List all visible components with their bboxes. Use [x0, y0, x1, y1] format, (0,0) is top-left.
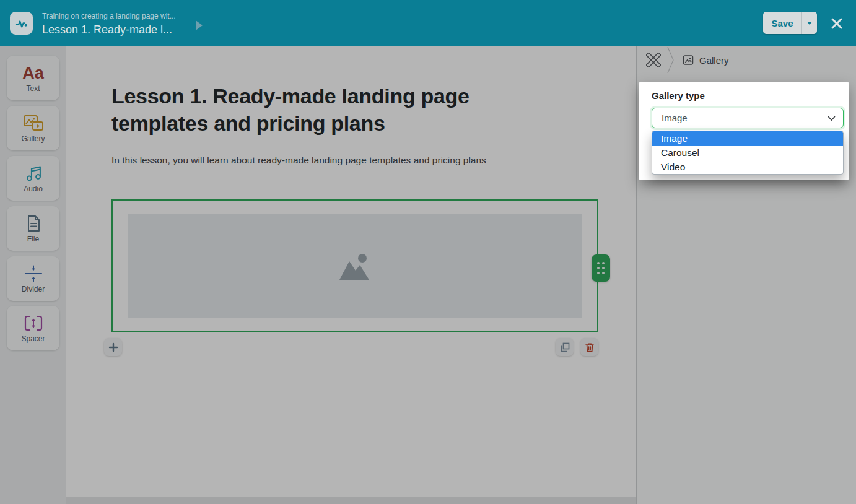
lesson-paragraph[interactable]: In this lesson, you will learn about rea…	[111, 155, 582, 166]
sidebar-item-gallery[interactable]: Gallery	[7, 106, 59, 150]
save-label: Save	[771, 18, 793, 28]
drag-handle-icon	[597, 262, 605, 274]
chevron-separator-icon	[667, 46, 675, 74]
trash-icon	[584, 342, 595, 353]
editor-main-area: Lesson 1. Ready-made landing page templa…	[66, 46, 636, 504]
duplicate-block-button[interactable]	[556, 338, 574, 356]
close-icon	[829, 16, 844, 31]
drag-handle[interactable]	[592, 254, 610, 282]
gallery-block-selected[interactable]	[111, 199, 598, 332]
blocks-sidebar: Aa Text Gallery	[0, 46, 66, 504]
save-button-group: Save	[763, 12, 817, 34]
lesson-canvas: Lesson 1. Ready-made landing page templa…	[66, 46, 636, 497]
sidebar-item-label: Audio	[24, 185, 43, 193]
gallery-icon	[22, 114, 45, 133]
audio-icon	[24, 164, 43, 183]
sidebar-item-audio[interactable]: Audio	[7, 156, 59, 201]
close-button[interactable]	[829, 15, 845, 32]
panel-breadcrumb-gallery[interactable]: Gallery	[682, 54, 729, 66]
divider-icon	[23, 264, 44, 283]
gallery-type-value: Image	[662, 113, 688, 123]
sidebar-item-label: Divider	[22, 285, 45, 293]
breadcrumb: Training on creating a landing page wit.…	[42, 11, 176, 37]
image-placeholder[interactable]	[128, 214, 582, 318]
gallery-type-select[interactable]: Image	[652, 108, 844, 128]
sidebar-item-file[interactable]: File	[7, 206, 59, 251]
sidebar-item-label: Spacer	[21, 334, 45, 343]
copy-icon	[559, 342, 570, 353]
sidebar-item-label: Text	[26, 84, 40, 93]
file-icon	[25, 214, 42, 233]
lesson-editor: Training on creating a landing page wit.…	[0, 0, 856, 504]
lesson-title: Lesson 1. Ready-made l...	[42, 22, 176, 37]
delete-block-button[interactable]	[580, 338, 598, 356]
save-button[interactable]: Save	[763, 12, 801, 34]
design-tools-icon[interactable]	[646, 53, 661, 67]
text-icon: Aa	[22, 64, 44, 82]
gallery-type-label: Gallery type	[652, 90, 705, 101]
dropdown-option-image[interactable]: Image	[652, 131, 843, 146]
course-title: Training on creating a landing page wit.…	[42, 11, 176, 21]
sidebar-item-label: Gallery	[21, 134, 45, 143]
gallery-type-dropdown: Image Carousel Video	[652, 131, 844, 175]
sidebar-item-text[interactable]: Aa Text	[7, 56, 59, 100]
sidebar-item-spacer[interactable]: Spacer	[7, 306, 59, 350]
app-logo[interactable]	[10, 12, 33, 35]
dropdown-option-video[interactable]: Video	[652, 160, 843, 174]
dropdown-option-carousel[interactable]: Carousel	[652, 146, 843, 160]
breadcrumb-arrow-icon[interactable]	[196, 20, 203, 30]
sidebar-item-label: File	[27, 235, 39, 243]
top-bar: Training on creating a landing page wit.…	[0, 0, 856, 46]
image-thumb-icon	[682, 54, 694, 66]
lesson-heading[interactable]: Lesson 1. Ready-made landing page templa…	[111, 82, 533, 137]
pulse-logo-icon	[14, 16, 29, 31]
save-dropdown-button[interactable]	[801, 12, 817, 34]
settings-panel-header: Gallery	[637, 46, 856, 74]
chevron-down-icon	[828, 116, 836, 121]
spacer-icon	[23, 314, 44, 332]
image-placeholder-icon	[334, 251, 375, 281]
panel-breadcrumb-label: Gallery	[699, 55, 729, 66]
sidebar-item-divider[interactable]: Divider	[7, 256, 59, 301]
add-block-button[interactable]	[104, 338, 122, 356]
plus-icon	[108, 342, 119, 353]
save-caret-icon	[807, 22, 812, 25]
